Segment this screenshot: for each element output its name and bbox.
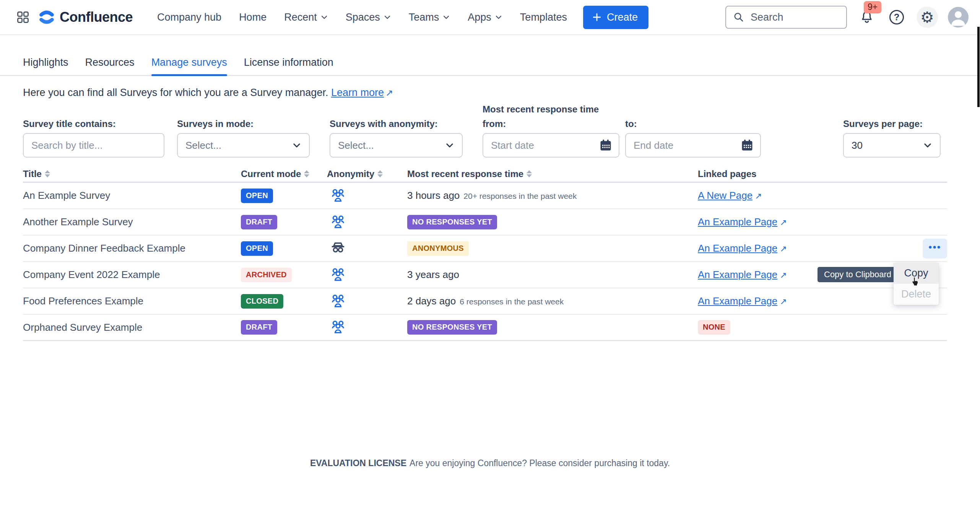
mode-filter-select[interactable]: Select... <box>177 133 310 158</box>
settings-button[interactable]: ⚙ <box>917 7 938 28</box>
learn-more-link[interactable]: Learn more <box>331 87 384 98</box>
column-header-title[interactable]: Title <box>23 169 241 179</box>
calendar-icon[interactable] <box>599 138 613 154</box>
column-header-current-mode[interactable]: Current mode <box>241 169 327 179</box>
column-header-most-recent-response-time[interactable]: Most recent response time <box>407 169 698 179</box>
chevron-down-icon <box>495 13 502 21</box>
incognito-icon <box>329 239 347 257</box>
linked-pages-cell: NONE <box>698 320 920 335</box>
nav-item-home[interactable]: Home <box>233 7 273 28</box>
title-filter-input[interactable] <box>23 133 164 158</box>
column-header-label: Title <box>23 169 42 179</box>
tab-resources[interactable]: Resources <box>85 57 135 75</box>
mode-cell: OPEN <box>241 241 327 256</box>
search-icon <box>733 11 744 23</box>
to-date-label: to: <box>625 119 637 129</box>
table-row: An Example SurveyOPEN3 hours ago20+ resp… <box>23 183 947 209</box>
column-header-linked-pages: Linked pages <box>698 169 920 179</box>
notifications-button[interactable]: 9+ <box>857 7 877 27</box>
anonymity-filter-select[interactable]: Select... <box>330 133 463 158</box>
response-cell: 3 years ago <box>407 269 698 281</box>
external-link-icon: ↗ <box>780 270 787 280</box>
response-cell: ANONYMOUS <box>407 241 698 256</box>
linked-page-link[interactable]: An Example Page↗ <box>698 242 787 254</box>
table-row: Food Preferences ExampleCLOSED2 days ago… <box>23 288 947 315</box>
anonymity-cell <box>327 292 407 311</box>
survey-title: Orphaned Survey Example <box>23 322 241 333</box>
menu-item-copy[interactable]: Copy <box>894 263 939 284</box>
to-date-field <box>625 133 761 158</box>
chevron-down-icon <box>442 13 450 21</box>
chevron-down-icon <box>445 141 454 150</box>
per-page-select[interactable]: 30 <box>843 133 941 158</box>
calendar-icon[interactable] <box>740 138 754 154</box>
linked-page-link[interactable]: A New Page↗ <box>698 190 762 201</box>
linked-page-link[interactable]: An Example Page↗ <box>698 216 787 228</box>
mode-badge: DRAFT <box>241 320 277 335</box>
linked-page-link[interactable]: An Example Page↗ <box>698 295 787 307</box>
anonymity-cell <box>327 265 407 285</box>
linked-pages-cell: An Example Page↗ <box>698 295 920 307</box>
response-time: 3 years ago <box>407 269 459 280</box>
external-link-icon: ↗ <box>780 297 787 307</box>
create-button[interactable]: Create <box>583 6 648 29</box>
nav-item-label: Company hub <box>157 11 221 23</box>
chevron-down-icon <box>320 13 328 21</box>
help-button[interactable]: ? <box>887 7 907 27</box>
response-note: 6 responses in the past week <box>460 297 564 306</box>
confluence-mark-icon <box>38 9 55 26</box>
users-icon <box>329 186 347 204</box>
external-link-icon: ↗ <box>780 244 787 254</box>
mode-cell: DRAFT <box>241 320 327 335</box>
plus-icon <box>592 12 602 23</box>
section-tabs: HighlightsResourcesManage surveysLicense… <box>0 35 980 76</box>
user-avatar[interactable] <box>948 7 969 28</box>
search-input[interactable] <box>750 11 834 24</box>
mode-cell: OPEN <box>241 189 327 203</box>
external-link-icon: ↗ <box>755 191 762 201</box>
global-search[interactable] <box>725 6 847 29</box>
users-icon <box>329 213 347 230</box>
filter-bar: Most recent response time Survey title c… <box>0 104 980 162</box>
app-switcher-icon[interactable] <box>15 10 31 25</box>
column-header-anonymity[interactable]: Anonymity <box>327 169 407 179</box>
surveys-table: TitleCurrent modeAnonymityMost recent re… <box>23 166 947 341</box>
sort-icon[interactable] <box>45 170 50 177</box>
row-actions-button[interactable]: ••• <box>923 239 947 258</box>
response-time: 2 days ago <box>407 295 456 307</box>
sort-icon[interactable] <box>527 170 532 177</box>
tab-highlights[interactable]: Highlights <box>23 57 68 75</box>
sort-icon[interactable] <box>304 170 309 177</box>
response-badge: NO RESPONSES YET <box>407 320 497 335</box>
linked-page-link[interactable]: An Example Page↗ <box>698 269 787 280</box>
table-row: Company Dinner Feedback ExampleOPENANONY… <box>23 236 947 262</box>
nav-item-spaces[interactable]: Spaces <box>340 7 397 28</box>
confluence-logo[interactable]: Confluence <box>38 9 133 26</box>
mode-badge: OPEN <box>241 189 273 203</box>
mode-cell: DRAFT <box>241 215 327 229</box>
table-row: Another Example SurveyDRAFTNO RESPONSES … <box>23 209 947 236</box>
navbar-right: 9+ ? ⚙ <box>725 6 969 29</box>
response-time-group-label: Most recent response time <box>483 104 599 115</box>
license-footer-strong: EVALUATION LICENSE <box>310 458 406 468</box>
nav-item-company-hub[interactable]: Company hub <box>151 7 228 28</box>
nav-item-apps[interactable]: Apps <box>462 7 509 28</box>
main-nav: Company hubHomeRecentSpacesTeamsAppsTemp… <box>151 7 573 28</box>
nav-item-teams[interactable]: Teams <box>403 7 457 28</box>
create-button-label: Create <box>607 11 638 23</box>
license-footer-text: Are you enjoying Confluence? Please cons… <box>410 458 670 468</box>
column-header-label: Current mode <box>241 169 301 179</box>
nav-item-label: Teams <box>409 11 439 23</box>
chevron-down-icon <box>923 141 932 150</box>
from-date-field <box>483 133 619 158</box>
mode-badge: OPEN <box>241 241 273 256</box>
vertical-scrollbar[interactable] <box>977 27 980 107</box>
sort-icon[interactable] <box>377 170 383 177</box>
actions-cell: ••• <box>920 239 947 258</box>
confluence-app: Confluence Company hubHomeRecentSpacesTe… <box>0 0 980 517</box>
tab-license-information[interactable]: License information <box>244 57 333 75</box>
nav-item-recent[interactable]: Recent <box>278 7 334 28</box>
anonymity-cell <box>327 318 407 337</box>
nav-item-templates[interactable]: Templates <box>514 7 573 28</box>
tab-manage-surveys[interactable]: Manage surveys <box>151 57 227 75</box>
